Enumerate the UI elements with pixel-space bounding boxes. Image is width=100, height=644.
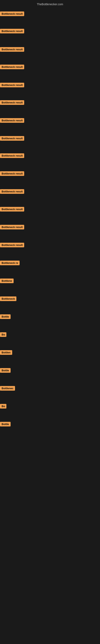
site-title: TheBottlenecker.com [0,1,100,8]
bottleneck-badge-4: Bottleneck result [0,64,24,70]
bottleneck-badge-15: Bottleneck re [0,260,20,266]
badge-label-16: Bottlene [0,278,14,283]
bottleneck-badge-1: Bottleneck result [0,12,24,17]
page-wrapper: TheBottlenecker.com Bottleneck resultBot… [0,0,100,644]
bottleneck-badge-12: Bottleneck result [0,207,24,212]
badge-label-6: Bottleneck result [0,100,24,105]
badge-label-18: Bottle [0,314,11,319]
bottleneck-badge-19: Bo [0,332,6,338]
badge-label-9: Bottleneck result [0,153,24,158]
bottleneck-badge-23: Bo [0,404,6,409]
bottleneck-badge-13: Bottleneck result [0,225,24,230]
bottleneck-badge-9: Bottleneck result [0,153,24,159]
bottleneck-badge-18: Bottle [0,314,11,320]
bottleneck-badge-21: Bottle [0,368,11,374]
bottleneck-badge-6: Bottleneck result [0,100,24,106]
badge-label-7: Bottleneck result [0,118,24,123]
badge-label-14: Bottleneck result [0,243,24,247]
badge-label-10: Bottleneck result [0,171,24,176]
badge-label-4: Bottleneck result [0,64,24,69]
badge-label-5: Bottleneck result [0,83,24,87]
badge-label-19: Bo [0,332,6,337]
bottleneck-badge-24: Bottle [0,422,11,427]
badge-label-11: Bottleneck result [0,189,24,194]
badge-label-12: Bottleneck result [0,207,24,212]
badge-label-1: Bottleneck result [0,12,24,16]
bottleneck-badge-22: Bottlenec [0,386,15,392]
badge-label-20: Bottlen [0,350,12,355]
bottleneck-badge-14: Bottleneck result [0,243,24,248]
badge-label-24: Bottle [0,422,11,426]
bottleneck-badge-8: Bottleneck result [0,136,24,142]
bottleneck-badge-20: Bottlen [0,350,12,356]
badge-label-8: Bottleneck result [0,136,24,141]
badge-label-13: Bottleneck result [0,225,24,230]
badge-label-22: Bottlenec [0,386,15,391]
bottleneck-badge-17: Bottleneck [0,296,16,302]
badge-label-21: Bottle [0,368,11,373]
bottleneck-badge-2: Bottleneck result [0,29,24,34]
badge-label-17: Bottleneck [0,296,16,301]
badge-label-2: Bottleneck result [0,29,24,34]
bottleneck-badge-16: Bottlene [0,278,14,284]
bottleneck-badge-7: Bottleneck result [0,118,24,124]
badge-label-23: Bo [0,404,6,408]
bottleneck-badge-5: Bottleneck result [0,83,24,88]
bottleneck-badge-11: Bottleneck result [0,189,24,194]
badge-label-3: Bottleneck result [0,47,24,52]
bottleneck-badge-10: Bottleneck result [0,171,24,177]
badge-label-15: Bottleneck re [0,260,20,265]
bottleneck-badge-3: Bottleneck result [0,47,24,52]
